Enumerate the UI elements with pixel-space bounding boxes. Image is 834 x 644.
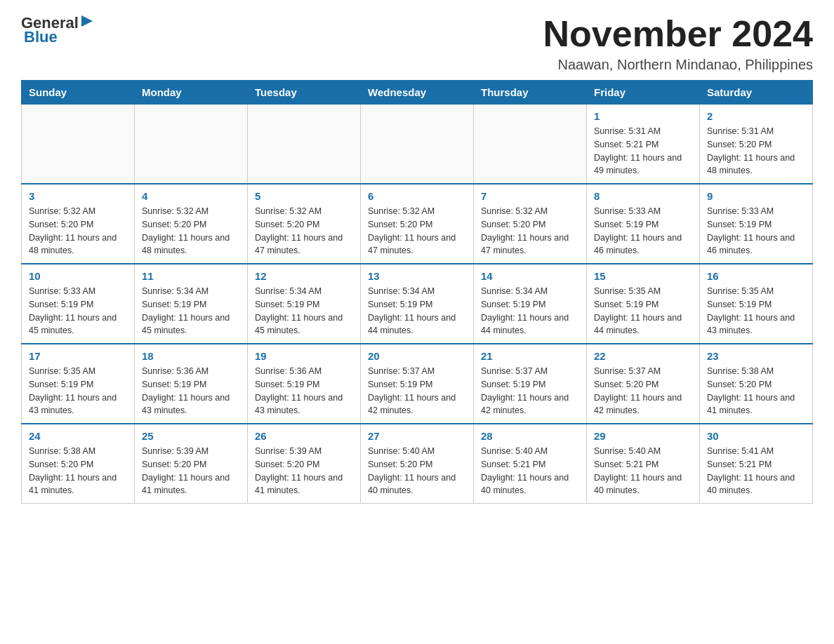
day-number: 28	[481, 430, 579, 442]
day-info: Sunrise: 5:40 AM Sunset: 5:20 PM Dayligh…	[368, 445, 466, 497]
day-number: 21	[481, 350, 579, 362]
title-block: November 2024 Naawan, Northern Mindanao,…	[543, 14, 813, 73]
day-info: Sunrise: 5:37 AM Sunset: 5:20 PM Dayligh…	[594, 365, 692, 417]
calendar-cell: 3Sunrise: 5:32 AM Sunset: 5:20 PM Daylig…	[22, 184, 135, 264]
day-info: Sunrise: 5:35 AM Sunset: 5:19 PM Dayligh…	[594, 285, 692, 337]
calendar-cell: 22Sunrise: 5:37 AM Sunset: 5:20 PM Dayli…	[587, 344, 700, 424]
calendar-cell	[474, 105, 587, 185]
day-header-wednesday: Wednesday	[361, 81, 474, 105]
day-info: Sunrise: 5:32 AM Sunset: 5:20 PM Dayligh…	[481, 205, 579, 257]
day-number: 25	[142, 430, 240, 442]
day-number: 4	[142, 190, 240, 202]
day-number: 15	[594, 270, 692, 282]
day-number: 11	[142, 270, 240, 282]
day-info: Sunrise: 5:36 AM Sunset: 5:19 PM Dayligh…	[142, 365, 240, 417]
svg-marker-0	[81, 15, 93, 27]
calendar-cell: 18Sunrise: 5:36 AM Sunset: 5:19 PM Dayli…	[135, 344, 248, 424]
day-info: Sunrise: 5:35 AM Sunset: 5:19 PM Dayligh…	[29, 365, 127, 417]
calendar-cell: 11Sunrise: 5:34 AM Sunset: 5:19 PM Dayli…	[135, 264, 248, 344]
calendar-cell: 30Sunrise: 5:41 AM Sunset: 5:21 PM Dayli…	[700, 424, 813, 504]
day-info: Sunrise: 5:33 AM Sunset: 5:19 PM Dayligh…	[594, 205, 692, 257]
day-header-friday: Friday	[587, 81, 700, 105]
calendar-cell: 29Sunrise: 5:40 AM Sunset: 5:21 PM Dayli…	[587, 424, 700, 504]
calendar-cell: 7Sunrise: 5:32 AM Sunset: 5:20 PM Daylig…	[474, 184, 587, 264]
day-info: Sunrise: 5:40 AM Sunset: 5:21 PM Dayligh…	[594, 445, 692, 497]
calendar-cell	[135, 105, 248, 185]
day-info: Sunrise: 5:31 AM Sunset: 5:20 PM Dayligh…	[707, 125, 805, 177]
days-header-row: SundayMondayTuesdayWednesdayThursdayFrid…	[22, 81, 813, 105]
week-row-1: 1Sunrise: 5:31 AM Sunset: 5:21 PM Daylig…	[22, 105, 813, 185]
day-number: 24	[29, 430, 127, 442]
day-number: 14	[481, 270, 579, 282]
day-info: Sunrise: 5:41 AM Sunset: 5:21 PM Dayligh…	[707, 445, 805, 497]
day-info: Sunrise: 5:32 AM Sunset: 5:20 PM Dayligh…	[368, 205, 466, 257]
day-number: 5	[255, 190, 353, 202]
week-row-4: 17Sunrise: 5:35 AM Sunset: 5:19 PM Dayli…	[22, 344, 813, 424]
day-number: 12	[255, 270, 353, 282]
calendar-cell: 19Sunrise: 5:36 AM Sunset: 5:19 PM Dayli…	[248, 344, 361, 424]
day-number: 13	[368, 270, 466, 282]
day-info: Sunrise: 5:37 AM Sunset: 5:19 PM Dayligh…	[368, 365, 466, 417]
day-number: 20	[368, 350, 466, 362]
day-info: Sunrise: 5:39 AM Sunset: 5:20 PM Dayligh…	[255, 445, 353, 497]
day-info: Sunrise: 5:39 AM Sunset: 5:20 PM Dayligh…	[142, 445, 240, 497]
day-info: Sunrise: 5:32 AM Sunset: 5:20 PM Dayligh…	[255, 205, 353, 257]
calendar-table: SundayMondayTuesdayWednesdayThursdayFrid…	[21, 80, 813, 504]
day-info: Sunrise: 5:32 AM Sunset: 5:20 PM Dayligh…	[142, 205, 240, 257]
day-info: Sunrise: 5:35 AM Sunset: 5:19 PM Dayligh…	[707, 285, 805, 337]
logo-arrow-icon	[80, 14, 94, 28]
day-header-monday: Monday	[135, 81, 248, 105]
day-info: Sunrise: 5:34 AM Sunset: 5:19 PM Dayligh…	[368, 285, 466, 337]
day-number: 29	[594, 430, 692, 442]
day-info: Sunrise: 5:36 AM Sunset: 5:19 PM Dayligh…	[255, 365, 353, 417]
day-number: 30	[707, 430, 805, 442]
day-number: 27	[368, 430, 466, 442]
calendar-cell: 13Sunrise: 5:34 AM Sunset: 5:19 PM Dayli…	[361, 264, 474, 344]
calendar-cell	[248, 105, 361, 185]
day-number: 2	[707, 110, 805, 122]
day-number: 6	[368, 190, 466, 202]
logo-blue-text: Blue	[24, 28, 58, 46]
day-header-tuesday: Tuesday	[248, 81, 361, 105]
calendar-cell: 15Sunrise: 5:35 AM Sunset: 5:19 PM Dayli…	[587, 264, 700, 344]
day-number: 22	[594, 350, 692, 362]
day-info: Sunrise: 5:34 AM Sunset: 5:19 PM Dayligh…	[255, 285, 353, 337]
calendar-cell: 27Sunrise: 5:40 AM Sunset: 5:20 PM Dayli…	[361, 424, 474, 504]
day-info: Sunrise: 5:34 AM Sunset: 5:19 PM Dayligh…	[142, 285, 240, 337]
logo: General Blue	[21, 14, 94, 46]
month-title: November 2024	[543, 14, 813, 54]
day-info: Sunrise: 5:37 AM Sunset: 5:19 PM Dayligh…	[481, 365, 579, 417]
day-number: 16	[707, 270, 805, 282]
day-info: Sunrise: 5:33 AM Sunset: 5:19 PM Dayligh…	[707, 205, 805, 257]
day-number: 8	[594, 190, 692, 202]
calendar-cell: 10Sunrise: 5:33 AM Sunset: 5:19 PM Dayli…	[22, 264, 135, 344]
calendar-cell: 1Sunrise: 5:31 AM Sunset: 5:21 PM Daylig…	[587, 105, 700, 185]
calendar-cell: 8Sunrise: 5:33 AM Sunset: 5:19 PM Daylig…	[587, 184, 700, 264]
day-header-saturday: Saturday	[700, 81, 813, 105]
day-number: 3	[29, 190, 127, 202]
calendar-cell: 21Sunrise: 5:37 AM Sunset: 5:19 PM Dayli…	[474, 344, 587, 424]
week-row-3: 10Sunrise: 5:33 AM Sunset: 5:19 PM Dayli…	[22, 264, 813, 344]
calendar-cell: 24Sunrise: 5:38 AM Sunset: 5:20 PM Dayli…	[22, 424, 135, 504]
day-info: Sunrise: 5:38 AM Sunset: 5:20 PM Dayligh…	[707, 365, 805, 417]
calendar-cell: 4Sunrise: 5:32 AM Sunset: 5:20 PM Daylig…	[135, 184, 248, 264]
day-number: 19	[255, 350, 353, 362]
calendar-cell: 26Sunrise: 5:39 AM Sunset: 5:20 PM Dayli…	[248, 424, 361, 504]
day-info: Sunrise: 5:33 AM Sunset: 5:19 PM Dayligh…	[29, 285, 127, 337]
calendar-cell: 17Sunrise: 5:35 AM Sunset: 5:19 PM Dayli…	[22, 344, 135, 424]
calendar-cell: 2Sunrise: 5:31 AM Sunset: 5:20 PM Daylig…	[700, 105, 813, 185]
calendar-cell: 25Sunrise: 5:39 AM Sunset: 5:20 PM Dayli…	[135, 424, 248, 504]
day-number: 23	[707, 350, 805, 362]
day-info: Sunrise: 5:31 AM Sunset: 5:21 PM Dayligh…	[594, 125, 692, 177]
day-number: 7	[481, 190, 579, 202]
calendar-cell	[361, 105, 474, 185]
calendar-cell: 9Sunrise: 5:33 AM Sunset: 5:19 PM Daylig…	[700, 184, 813, 264]
day-info: Sunrise: 5:38 AM Sunset: 5:20 PM Dayligh…	[29, 445, 127, 497]
page-header: General Blue November 2024 Naawan, North…	[21, 14, 813, 73]
calendar-cell: 20Sunrise: 5:37 AM Sunset: 5:19 PM Dayli…	[361, 344, 474, 424]
calendar-cell: 12Sunrise: 5:34 AM Sunset: 5:19 PM Dayli…	[248, 264, 361, 344]
day-header-thursday: Thursday	[474, 81, 587, 105]
week-row-5: 24Sunrise: 5:38 AM Sunset: 5:20 PM Dayli…	[22, 424, 813, 504]
day-header-sunday: Sunday	[22, 81, 135, 105]
day-number: 10	[29, 270, 127, 282]
